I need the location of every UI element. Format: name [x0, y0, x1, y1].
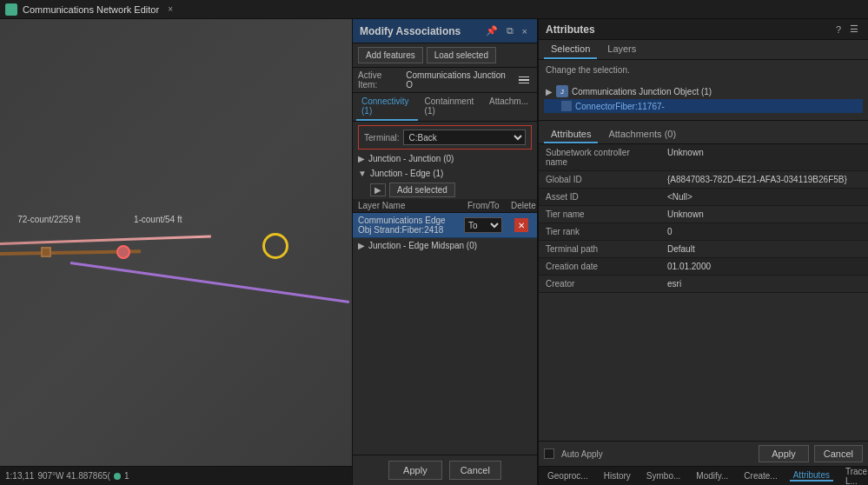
add-features-button[interactable]: Add features [358, 47, 423, 63]
cancel-button[interactable]: Cancel [449, 461, 501, 480]
load-selected-button[interactable]: Load selected [427, 47, 496, 63]
tab-connectivity[interactable]: Connectivity (1) [356, 93, 418, 121]
app-title: Communications Network Editor [23, 4, 159, 15]
status-dot [114, 473, 121, 480]
panel-footer: Apply Cancel [353, 455, 537, 485]
cancel-attr-button[interactable]: Cancel [814, 445, 863, 462]
attr-footer-buttons: Apply Cancel [759, 445, 863, 462]
close-panel-button[interactable]: × [520, 25, 530, 37]
tree-section: ▶ J Communications Junction Object (1) C… [539, 80, 868, 116]
app-icon [5, 3, 17, 16]
add-selected-button[interactable]: Add selected [389, 183, 455, 197]
bottom-tab-geoproc[interactable]: Geoproc... [544, 471, 592, 481]
bottom-tab-modify[interactable]: Modify... [692, 471, 732, 481]
attr-row: Asset ID <Null> [539, 189, 868, 206]
attr-val-globalid: {A8847083-782D-4E21-AFA3-034119B26F5B} [660, 171, 868, 188]
close-icon[interactable]: × [168, 4, 173, 14]
tab-layers[interactable]: Layers [600, 40, 643, 59]
attr-row: Subnetwork controller name Unknown [539, 144, 868, 171]
junction-edge-midspan-section[interactable]: ▶ Junction - Edge Midspan (0) [353, 238, 537, 253]
bottom-tab-attributes[interactable]: Attributes [790, 470, 833, 482]
attr-key-terminalpath: Terminal path [539, 241, 660, 257]
tree-child-label: ConnectorFiber:11767- [575, 102, 665, 111]
bottom-tab-history[interactable]: History [600, 471, 634, 481]
attr-key-creationdate: Creation date [539, 258, 660, 275]
hamburger-button[interactable] [516, 76, 532, 85]
attr-row: Creation date 01.01.2000 [539, 258, 868, 276]
modify-associations-panel: Modify Associations 📌 ⧉ × Add features L… [352, 19, 538, 485]
active-item-value: Communications Junction O [406, 70, 513, 90]
tab-selection[interactable]: Selection [544, 40, 597, 59]
attr-key-creator: Creator [539, 276, 660, 292]
map-line-purple [70, 262, 349, 303]
map-node[interactable] [41, 247, 51, 257]
auto-apply-label: Auto Apply [561, 449, 603, 459]
terminal-select[interactable]: C:Back C:Front [403, 130, 526, 145]
tree-chevron-icon[interactable]: ▶ [546, 87, 553, 96]
attr-row: Global ID {A8847083-782D-4E21-AFA3-03411… [539, 171, 868, 189]
delete-cell: ✕ [511, 218, 532, 232]
lonlat-display: 907°W 41.887865( [37, 471, 110, 481]
map-canvas[interactable]: 72-count/2259 ft 1-count/54 ft [0, 19, 352, 485]
auto-apply-checkbox[interactable] [544, 448, 554, 459]
map-label-72: 72-count/2259 ft [17, 215, 80, 224]
attr-key-globalid: Global ID [539, 171, 660, 188]
junction-junction-section[interactable]: ▶ Junction - Junction (0) [353, 151, 537, 166]
attr-val-subnetwork: Unknown [660, 144, 868, 170]
sub-tab-attributes[interactable]: Attributes [544, 126, 598, 143]
bottom-tab-create[interactable]: Create... [740, 471, 780, 481]
attr-val-assetid: <Null> [660, 189, 868, 205]
active-item-label: Active Item: [358, 70, 402, 90]
page-num: 1 [124, 471, 129, 481]
col-delete: Delete [511, 201, 532, 210]
fromto-cell: From To [464, 217, 507, 233]
tree-parent[interactable]: ▶ J Communications Junction Object (1) [544, 83, 863, 99]
junction-edge-label: Junction - Edge (1) [370, 169, 444, 178]
tree-child[interactable]: ConnectorFiber:11767- [544, 99, 863, 113]
attr-key-subnetwork: Subnetwork controller name [539, 144, 660, 170]
float-button[interactable]: ⧉ [504, 24, 516, 37]
junction-edge-section[interactable]: ▼ Junction - Edge (1) [353, 166, 537, 181]
attr-val-creator: esri [660, 276, 868, 292]
apply-attr-button[interactable]: Apply [759, 445, 809, 462]
table-header: Layer Name From/To Delete [353, 199, 537, 213]
pin-button[interactable]: 📌 [483, 24, 500, 37]
panel-toolbar: Add features Load selected [353, 43, 537, 68]
attr-sub-tabs: Attributes Attachments (0) [539, 126, 868, 144]
attr-tabs: Selection Layers [539, 40, 868, 60]
panel-title: Modify Associations [360, 25, 461, 37]
tab-attachments[interactable]: Attachm... [484, 93, 533, 121]
attr-val-terminalpath: Default [660, 241, 868, 257]
tab-containment[interactable]: Containment (1) [420, 93, 482, 121]
bottom-tabs: Geoproc... History Symbo... Modify... Cr… [539, 466, 868, 485]
col-layer-name: Layer Name [358, 201, 467, 210]
apply-button[interactable]: Apply [388, 461, 442, 480]
connectivity-tabs: Connectivity (1) Containment (1) Attachm… [353, 93, 537, 122]
junction-edge-midspan-label: Junction - Edge Midspan (0) [368, 241, 477, 250]
bottom-tab-trace[interactable]: Trace L... [842, 467, 868, 486]
attr-panel-title: Attributes [546, 23, 595, 36]
attr-val-tiername: Unknown [660, 206, 868, 223]
attr-menu-button[interactable]: ☰ [847, 23, 861, 36]
junction-junction-label: Junction - Junction (0) [368, 154, 454, 163]
help-button[interactable]: ? [833, 23, 844, 36]
attr-val-creationdate: 01.01.2000 [660, 258, 868, 275]
map-area[interactable]: 72-count/2259 ft 1-count/54 ft 1:13,11 9… [0, 19, 352, 485]
attr-footer: Auto Apply Apply Cancel [539, 441, 868, 466]
coords-display: 1:13,11 [5, 471, 34, 481]
attr-key-tierrank: Tier rank [539, 223, 660, 240]
bottom-tab-symbo[interactable]: Symbo... [643, 471, 684, 481]
fromto-select[interactable]: From To [464, 217, 502, 233]
sub-tab-attachments[interactable]: Attachments (0) [601, 126, 683, 143]
hamburger-icon [519, 76, 529, 84]
table-row: Communications Edge Obj Strand:Fiber:241… [353, 213, 537, 238]
map-junction-node[interactable] [116, 245, 130, 259]
attr-row: Creator esri [539, 276, 868, 293]
attr-row: Terminal path Default [539, 241, 868, 258]
terminal-label: Terminal: [364, 133, 400, 143]
attr-table: Subnetwork controller name Unknown Globa… [539, 144, 868, 441]
attributes-panel: Attributes ? ☰ Selection Layers Change t… [538, 19, 868, 485]
delete-row-button[interactable]: ✕ [514, 218, 528, 232]
hamburger-line-2 [519, 79, 529, 81]
select-arrow-button[interactable]: ▶ [370, 183, 386, 196]
